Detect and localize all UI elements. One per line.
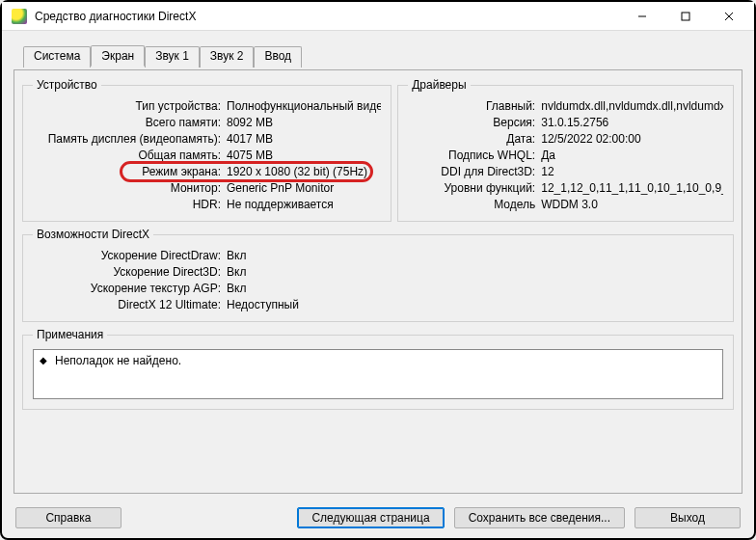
dxdiag-window: Средство диагностики DirectX Система Экр…: [0, 0, 756, 540]
driver-date: Дата:12/5/2022 02:00:00: [408, 132, 723, 146]
titlebar: Средство диагностики DirectX: [2, 2, 754, 31]
next-page-button[interactable]: Следующая страница: [297, 507, 444, 528]
save-button[interactable]: Сохранить все сведения...: [454, 507, 625, 528]
minimize-button[interactable]: [620, 2, 663, 31]
driver-flevels: Уровни функций:12_1,12_0,11_1,11_0,10_1,…: [408, 181, 723, 195]
window-controls: [620, 2, 750, 31]
tab-sound2[interactable]: Звук 2: [200, 46, 255, 68]
device-legend: Устройство: [33, 78, 101, 92]
caps-dx12u: DirectX 12 Ultimate:Недоступный: [33, 298, 723, 311]
device-mode: Режим экрана:1920 x 1080 (32 bit) (75Hz): [33, 165, 381, 178]
device-monitor: Монитор:Generic PnP Monitor: [33, 181, 381, 195]
driver-version: Версия:31.0.15.2756: [408, 116, 723, 129]
content: Система Экран Звук 1 Звук 2 Ввод Устройс…: [2, 31, 754, 501]
driver-wddm: МодельWDDM 3.0: [408, 198, 723, 211]
drivers-legend: Драйверы: [408, 78, 470, 92]
bullet-icon: ◆: [40, 354, 47, 367]
drivers-fieldset: Драйверы Главный:nvldumdx.dll,nvldumdx.d…: [397, 78, 734, 222]
driver-whql: Подпись WHQL:Да: [408, 148, 723, 162]
tab-screen[interactable]: Экран: [91, 45, 145, 67]
tab-input[interactable]: Ввод: [254, 46, 302, 68]
caps-list: Ускорение DirectDraw:Вкл Ускорение Direc…: [33, 249, 723, 311]
notes-legend: Примечания: [33, 328, 107, 341]
tab-system[interactable]: Система: [23, 46, 91, 68]
window-title: Средство диагностики DirectX: [35, 10, 620, 23]
top-row: Устройство Тип устройства:Полнофункциона…: [22, 78, 734, 222]
footer: Справка Следующая страница Сохранить все…: [2, 501, 754, 538]
caps-fieldset: Возможности DirectX Ускорение DirectDraw…: [22, 228, 734, 322]
notes-box: ◆ Неполадок не найдено.: [33, 349, 723, 399]
tab-panel: Устройство Тип устройства:Полнофункциона…: [14, 69, 742, 494]
caps-directdraw: Ускорение DirectDraw:Вкл: [33, 249, 723, 262]
tab-sound1[interactable]: Звук 1: [145, 46, 200, 68]
caps-agp: Ускорение текстур AGP:Вкл: [33, 282, 723, 295]
caps-legend: Возможности DirectX: [33, 228, 153, 241]
device-totalmem: Всего памяти:8092 MB: [33, 116, 381, 129]
close-button[interactable]: [707, 2, 750, 31]
help-button[interactable]: Справка: [15, 507, 122, 528]
exit-button[interactable]: Выход: [634, 507, 741, 528]
notes-text: Неполадок не найдено.: [55, 354, 181, 367]
driver-ddi: DDI для Direct3D:12: [408, 165, 723, 178]
maximize-button[interactable]: [663, 2, 707, 31]
app-icon: [12, 9, 27, 24]
tab-bar: Система Экран Звук 1 Звук 2 Ввод: [23, 44, 742, 66]
device-hdr: HDR:Не поддерживается: [33, 198, 381, 211]
device-fieldset: Устройство Тип устройства:Полнофункциона…: [22, 78, 392, 222]
device-type: Тип устройства:Полнофункциональный видео…: [33, 99, 381, 113]
device-sharedmem: Общая память:4075 MB: [33, 148, 381, 162]
device-list: Тип устройства:Полнофункциональный видео…: [33, 99, 381, 211]
notes-fieldset: Примечания ◆ Неполадок не найдено.: [22, 328, 734, 410]
driver-main: Главный:nvldumdx.dll,nvldumdx.dll,nvldum…: [408, 99, 723, 113]
svg-rect-1: [682, 13, 689, 20]
caps-direct3d: Ускорение Direct3D:Вкл: [33, 265, 723, 279]
drivers-list: Главный:nvldumdx.dll,nvldumdx.dll,nvldum…: [408, 99, 723, 211]
device-dispmem: Память дисплея (видеопамять):4017 MB: [33, 132, 381, 146]
